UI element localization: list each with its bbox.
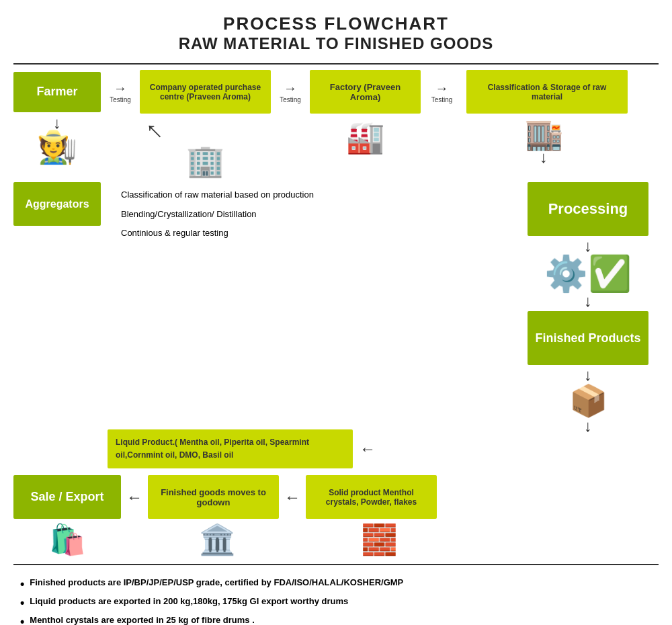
arrow-down-classification: ↓ [540,149,548,165]
arrow-factory-classification: → Testing [423,81,460,103]
bullet-item-2: • Liquid products are exported in 200 kg… [20,596,652,611]
processing-label: Processing [548,200,628,218]
bullet-item-1: • Finished products are IP/BP/JP/EP/USP … [20,577,652,592]
godown-icon: 🏛️ [152,522,283,557]
warehouse-icon: 🏬 [525,118,563,149]
finished-products-label: Finished Products [535,331,640,345]
factory-label: Factory (Praveen Aroma) [317,82,414,102]
bullet-dot-1: • [20,577,24,592]
arrow-down-processing: ↓ [584,238,592,254]
divider-bottom [13,564,659,565]
bag-icon: 🛍️ [13,522,121,557]
liquid-product-label: Liquid Product.( Mentha oil, Piperita oi… [116,438,309,460]
crystals-icon: 🧱 [314,522,445,557]
farmer-col: ↓ 🧑‍🌾 [13,115,101,163]
title-line2: RAW MATERIAL TO FINISHED GOODS [7,34,665,53]
company-label: Company operated purchase centre (Pravee… [146,83,264,101]
arrow-down-gear: ↓ [584,293,592,309]
aggregators-col: Aggregators [13,182,101,226]
top-row: Farmer → Testing Company operated purcha… [7,70,665,114]
finished-products-box: Finished Products [528,311,648,365]
process-text-2: Blending/Crystallization/ Distillation [121,205,497,224]
arrow-down-box: ↓ [584,418,592,434]
bullet-text-2: Liquid products are exported in 200 kg,1… [30,596,348,606]
farmer-label: Farmer [36,85,77,99]
divider [13,63,659,65]
arrow-left-solid: ← [284,488,300,507]
arrow-right-icon3: → [435,81,449,96]
arrow-company-factory: → Testing [274,81,307,103]
classification-label: Classification & Storage of raw material [473,83,621,101]
arrow-left-godown: ← [126,488,142,507]
title-line1: PROCESS FLOWCHART [7,13,665,34]
classification-col: 🏬 ↓ [463,115,624,165]
aggregators-box: Aggregators [13,182,101,226]
icons-row: ↓ 🧑‍🌾 ↑ 🏢 🏭 🏬 ↓ [7,115,665,182]
diagonal-arrow-icon: ↑ [138,115,169,146]
bullet-section: • Finished products are IP/BP/JP/EP/USP … [7,571,665,625]
arrow-right-icon: → [114,81,127,96]
godown-label: Finished goods moves to godown [155,487,272,507]
aggregators-label: Aggregators [25,198,89,210]
middle-row: Aggregators Classification of raw materi… [7,182,665,436]
arrow-left-liquid: ← [360,440,376,458]
factory-icon: 🏭 [346,122,384,153]
factory-box: Factory (Praveen Aroma) [310,70,421,114]
page: PROCESS FLOWCHART RAW MATERIAL TO FINISH… [0,0,672,625]
gear-icon: ⚙️✅ [544,256,632,291]
arrow-right-icon2: → [284,81,297,96]
bullet-item-3: • Menthol crystals are exported in 25 kg… [20,615,652,625]
bullet-text-1: Finished products are IP/BP/JP/EP/USP gr… [30,577,403,587]
building-icon: 🏢 [186,145,224,176]
company-box: Company operated purchase centre (Pravee… [140,70,271,114]
testing-label-3: Testing [431,96,453,103]
bullet-dot-2: • [20,596,24,611]
farmer-icon: 🧑‍🌾 [37,131,77,163]
arrow-down-finished: ↓ [584,367,592,383]
processing-box: Processing [528,182,648,236]
arrow-farmer-company: → Testing [103,81,137,103]
bottom-row: Sale / Export ← Finished goods moves to … [7,475,665,519]
bullet-text-3: Menthol crystals are exported in 25 kg o… [30,615,254,625]
process-text-3: Continious & regular testing [121,224,497,243]
factory-col: 🏭 [310,115,421,153]
farmer-box: Farmer [13,72,101,112]
title-section: PROCESS FLOWCHART RAW MATERIAL TO FINISH… [7,7,665,53]
bullet-dot-3: • [20,615,24,625]
solid-product-label: Solid product Menthol crystals, Powder, … [312,488,430,507]
sale-export-label: Sale / Export [30,490,103,504]
processing-col: Processing ↓ ⚙️✅ ↓ Finished Products ↓ 📦… [517,182,659,436]
company-col: ↑ 🏢 [140,115,271,176]
solid-product-box: Solid product Menthol crystals, Powder, … [306,475,437,519]
liquid-product-box: Liquid Product.( Mentha oil, Piperita oi… [108,429,353,468]
testing-label-1: Testing [110,96,131,103]
testing-label-2: Testing [280,96,301,103]
process-text-col: Classification of raw material based on … [108,182,511,247]
godown-box: Finished goods moves to godown [148,475,279,519]
process-text-1: Classification of raw material based on … [121,185,497,205]
bottom-icons-row: 🛍️ 🏛️ 🧱 [7,522,665,557]
classification-box: Classification & Storage of raw material [466,70,628,114]
box-icon: 📦 [569,385,607,416]
sale-export-box: Sale / Export [13,475,121,519]
